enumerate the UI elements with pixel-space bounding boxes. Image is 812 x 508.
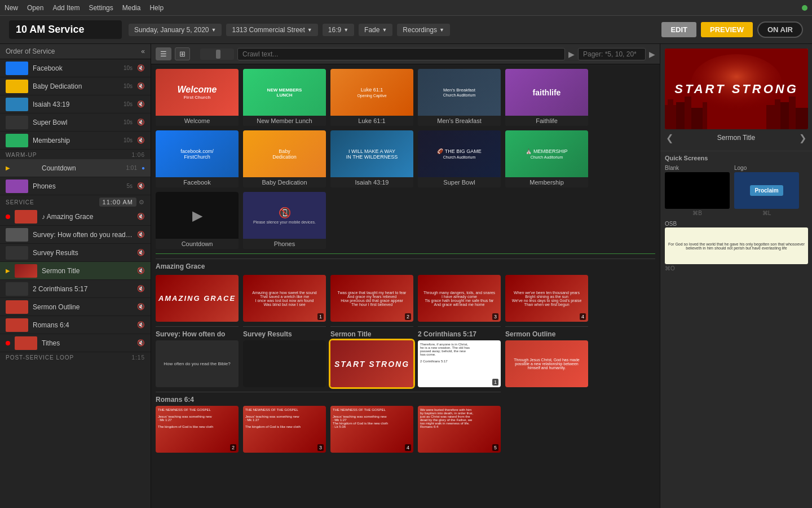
ratio-picker[interactable]: 16:9▼	[323, 24, 354, 36]
sidebar-vol-romans[interactable]: 🔇	[137, 321, 145, 329]
card-phones[interactable]: 📵 Please silence your mobile devices. Ph…	[243, 192, 326, 249]
sidebar-vol-2cor[interactable]: 🔇	[137, 285, 145, 292]
sidebar-vol-results[interactable]: 🔇	[137, 249, 145, 256]
card-sermontitle[interactable]: START STRONG	[330, 340, 413, 387]
date-picker[interactable]: Sunday, January 5, 2020▼	[129, 24, 222, 36]
sidebar-vol-isaiah[interactable]: 🔇	[137, 100, 145, 108]
card-superbowl[interactable]: 🏈 THE BIG GAMEChurch Auditorium Super Bo…	[418, 130, 501, 187]
preview-button[interactable]: PREVIEW	[701, 22, 753, 37]
sidebar-label-isaiah: Isaiah 43:19	[33, 100, 118, 108]
menu-settings[interactable]: Settings	[89, 4, 113, 12]
sidebar-vol-outline[interactable]: 🔇	[137, 303, 145, 310]
card-welcome[interactable]: Welcome First Church Welcome	[156, 69, 239, 126]
card-survey[interactable]: How often do you read the Bible?	[156, 340, 239, 387]
card-babydedication[interactable]: BabyDedication Baby Dedication	[243, 130, 326, 187]
section-postservice-label: POST-SERVICE LOOP	[6, 354, 74, 361]
title-bar-right: EDIT PREVIEW ON AIR	[661, 21, 803, 38]
pager-input[interactable]	[578, 48, 646, 60]
card-thumb-amazinggrace-3: Through many dangers, toils, and snaresI…	[418, 275, 501, 322]
sidebar-item[interactable]: Baby Dedication 10s 🔇	[0, 77, 151, 95]
service-title[interactable]: 10 AM Service	[9, 20, 122, 39]
qs-logo-button[interactable]: Proclaim	[734, 172, 799, 209]
sidebar-item[interactable]: Facebook 10s 🔇	[0, 59, 151, 77]
sidebar-item[interactable]: Isaiah 43:19 10s 🔇	[0, 95, 151, 113]
sidebar-item[interactable]: 2 Corinthians 5:17 🔇	[0, 280, 151, 298]
sidebar-item[interactable]: Tithes 🔇	[0, 334, 151, 352]
card-mens[interactable]: Men's BreakfastChurch Auditorium Men's B…	[418, 69, 501, 126]
sidebar-vol-sermon[interactable]: 🔇	[137, 267, 145, 274]
sidebar-vol-membership[interactable]: 🔇	[137, 137, 145, 144]
qs-osb-button[interactable]: For God so loved the world that he gave …	[665, 227, 808, 264]
card-amazinggrace-title[interactable]: Amazing Grace	[156, 275, 239, 322]
sidebar-item[interactable]: ▶ Countdown 1:01 ●	[0, 159, 151, 177]
recordings-picker[interactable]: Recordings▼	[397, 24, 450, 36]
preview-next-button[interactable]: ❯	[799, 133, 806, 143]
location-picker[interactable]: 1313 Commercial Street▼	[226, 24, 317, 36]
crawl-input[interactable]	[237, 48, 565, 60]
toolbar: ☰ ⊞ ▶ ▶	[151, 44, 660, 64]
sidebar-vol-facebook[interactable]: 🔇	[137, 64, 145, 72]
sidebar-vol-tithes[interactable]: 🔇	[137, 339, 145, 347]
card-text-mens: Men's BreakfastChurch Auditorium	[443, 87, 476, 98]
qs-blank-button[interactable]	[665, 172, 730, 209]
card-sermonoutline[interactable]: Through Jesus Christ, God has madepossib…	[505, 340, 588, 387]
card-amazinggrace-4[interactable]: When we've been ten thousand yearsBright…	[505, 275, 588, 322]
sidebar-vol-amazing[interactable]: 🔇	[137, 213, 145, 220]
sidebar-dur-countdown: 1:01	[126, 165, 136, 171]
card-romans-2[interactable]: THE NEWNESS OF THE GOSPELJesus' teaching…	[156, 406, 239, 453]
slider-control[interactable]	[200, 49, 234, 60]
edit-button[interactable]: EDIT	[661, 22, 696, 37]
card-text-sermonoutline: Through Jesus Christ, God has madepossib…	[514, 358, 579, 370]
card-romans-4[interactable]: THE NEWNESS OF THE GOSPELJesus' teaching…	[330, 406, 413, 453]
sidebar-vol-baby[interactable]: 🔇	[137, 82, 145, 90]
preview-prev-button[interactable]: ❮	[666, 133, 673, 143]
menu-new[interactable]: New	[5, 4, 18, 12]
sidebar-label-baby: Baby Dedication	[33, 82, 118, 90]
transition-picker[interactable]: Fade▼	[359, 24, 392, 36]
card-thumb-amazinggrace-4: When we've been ten thousand yearsBright…	[505, 275, 588, 322]
card-luke[interactable]: Luke 61:1Opening Captive Luke 61:1	[330, 69, 413, 126]
sidebar-item[interactable]: Phones 5s 🔇	[0, 177, 151, 195]
sidebar-item[interactable]: Sermon Outline 🔇	[0, 298, 151, 316]
card-isaiah[interactable]: I WILL MAKE A WAYIN THE WILDERNESS Isaia…	[330, 130, 413, 187]
sidebar-vol-survey[interactable]: 🔇	[137, 231, 145, 238]
list-view-button[interactable]: ☰	[156, 47, 171, 60]
card-amazinggrace-3[interactable]: Through many dangers, toils, and snaresI…	[418, 275, 501, 322]
card-facebook[interactable]: facebook.com/FirstChurch Facebook	[156, 130, 239, 187]
menu-additem[interactable]: Add Item	[52, 4, 80, 12]
onair-button[interactable]: ON AIR	[757, 21, 803, 38]
card-amazinggrace-2[interactable]: Twas grace that taught my heart to fearA…	[330, 275, 413, 322]
section-postservice: POST-SERVICE LOOP 1:15	[0, 352, 151, 362]
grid-view-button[interactable]: ⊞	[175, 47, 190, 60]
sidebar-item[interactable]: Survey Results 🔇	[0, 244, 151, 262]
sidebar-dur-baby: 10s	[123, 83, 133, 89]
card-newmember[interactable]: NEW MEMBERSLUNCH New Member Lunch	[243, 69, 326, 126]
sidebar-thumb-survey	[6, 228, 28, 242]
sidebar-item[interactable]: Romans 6:4 🔇	[0, 316, 151, 334]
card-faithlife[interactable]: faithlife Faithlife	[505, 69, 588, 126]
pager-settings-icon[interactable]: ▶	[649, 50, 655, 59]
menu-open[interactable]: Open	[27, 4, 43, 12]
sidebar-item[interactable]: Super Bowl 10s 🔇	[0, 113, 151, 132]
card-membership[interactable]: ⛪ MEMBERSHIPChurch Auditorium Membership	[505, 130, 588, 187]
sidebar-item[interactable]: Membership 10s 🔇	[0, 132, 151, 150]
sidebar-vol-phones[interactable]: 🔇	[137, 182, 145, 190]
card-label-faithlife: Faithlife	[505, 116, 588, 126]
sidebar-item[interactable]: ♪ Amazing Grace 🔇	[0, 208, 151, 226]
sidebar-collapse-button[interactable]: «	[141, 47, 145, 55]
crawl-settings-icon[interactable]: ▶	[568, 50, 575, 59]
qs-logo-label: Logo	[734, 165, 747, 171]
sidebar-item[interactable]: ▶ Sermon Title 🔇	[0, 262, 151, 280]
sidebar-item[interactable]: Survey: How often do you read the... 🔇	[0, 226, 151, 244]
sidebar-vol-superbowl[interactable]: 🔇	[137, 119, 145, 126]
card-romans-3[interactable]: THE NEWNESS OF THE GOSPELJesus' teaching…	[243, 406, 326, 453]
menu-media[interactable]: Media	[122, 4, 141, 12]
card-amazinggrace-1[interactable]: Amazing grace how sweet the soundThat sa…	[243, 275, 326, 322]
card-romans-5[interactable]: We were buried therefore with himby bapt…	[418, 406, 501, 453]
menu-help[interactable]: Help	[149, 4, 164, 12]
card-twocor[interactable]: Therefore, if anyone is in Christ,he is …	[418, 340, 501, 387]
top-grid-row: Welcome First Church Welcome NEW MEMBERS…	[156, 69, 655, 126]
card-countdown[interactable]: ▶ Countdown	[156, 192, 239, 249]
card-surveyresults[interactable]	[243, 340, 326, 387]
service-settings[interactable]: ⚙	[139, 199, 145, 206]
